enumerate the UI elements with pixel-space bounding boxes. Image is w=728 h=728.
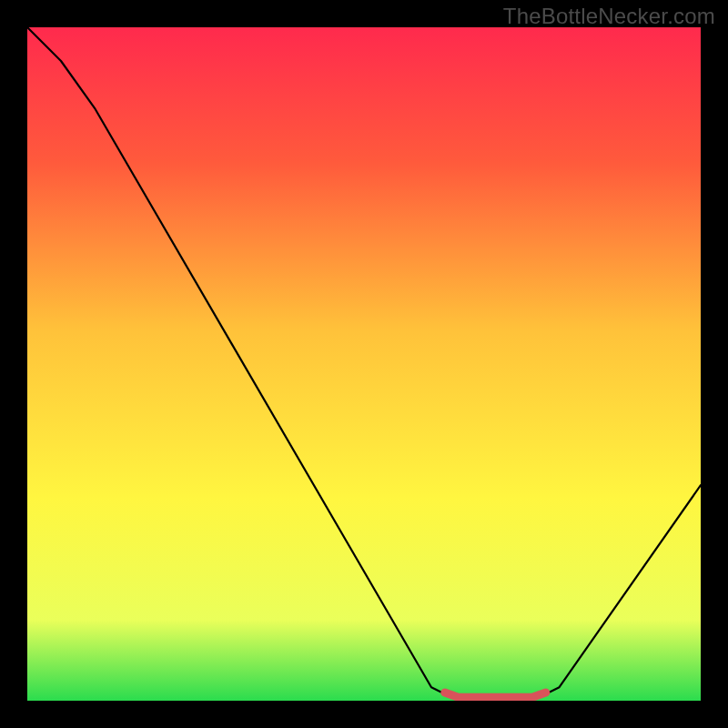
- chart-area: [27, 27, 701, 701]
- bottleneck-chart: [27, 27, 701, 701]
- optimal-band: [445, 693, 546, 697]
- watermark-text: TheBottleNecker.com: [503, 4, 715, 29]
- gradient-background: [27, 27, 701, 701]
